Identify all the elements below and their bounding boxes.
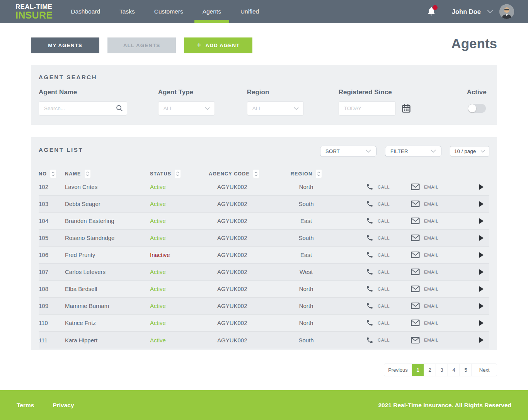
- call-button[interactable]: CALL: [366, 251, 411, 258]
- pagination-page-2[interactable]: 2: [424, 364, 436, 376]
- column-header-name[interactable]: NAME: [65, 170, 150, 178]
- agent-name: Rosario Standridge: [65, 235, 150, 241]
- brand-logo[interactable]: REAL-TIME INSURE: [15, 3, 53, 20]
- call-label: CALL: [378, 236, 390, 240]
- call-button[interactable]: CALL: [366, 183, 411, 190]
- agent-agency-code: AGYUK002: [209, 337, 281, 343]
- call-button[interactable]: CALL: [366, 217, 411, 224]
- calendar-icon[interactable]: [401, 104, 411, 114]
- agent-type-select[interactable]: ALL: [158, 101, 215, 116]
- notifications-bell-icon[interactable]: [426, 6, 437, 17]
- sort-icon[interactable]: [50, 170, 56, 178]
- sort-select[interactable]: SORT: [320, 146, 376, 157]
- column-header-no[interactable]: NO: [39, 170, 65, 178]
- email-button[interactable]: EMAIL: [411, 184, 465, 190]
- expand-row-arrow-icon[interactable]: [465, 337, 489, 343]
- agent-name-search-input[interactable]: [39, 101, 127, 116]
- expand-row-arrow-icon[interactable]: [465, 235, 489, 241]
- call-button[interactable]: CALL: [366, 302, 411, 309]
- agent-region: North: [281, 303, 331, 309]
- call-button[interactable]: CALL: [366, 337, 411, 344]
- agent-status: Active: [150, 235, 209, 241]
- nav-item-customers[interactable]: Customers: [145, 0, 193, 23]
- plus-icon: +: [197, 41, 202, 49]
- sort-icon[interactable]: [316, 170, 322, 178]
- pagination-next-button[interactable]: Next: [472, 364, 497, 376]
- table-row: 104 Branden Easterling Active AGYUK002 E…: [39, 213, 489, 230]
- sort-icon[interactable]: [175, 170, 181, 178]
- user-avatar[interactable]: [499, 4, 514, 19]
- email-button[interactable]: EMAIL: [411, 286, 465, 292]
- agent-search-panel: AGENT SEARCH Agent Name Agent Type ALL: [31, 65, 497, 125]
- agent-name: Kara Hippert: [65, 337, 150, 343]
- expand-row-arrow-icon[interactable]: [465, 252, 489, 258]
- expand-row-arrow-icon[interactable]: [465, 320, 489, 326]
- my-agents-button[interactable]: MY AGENTS: [31, 37, 99, 53]
- agent-region: East: [281, 252, 331, 258]
- call-button[interactable]: CALL: [366, 319, 411, 326]
- email-button[interactable]: EMAIL: [411, 303, 465, 309]
- filter-label: FILTER: [390, 148, 408, 154]
- email-button[interactable]: EMAIL: [411, 235, 465, 241]
- agent-agency-code: AGYUK002: [209, 184, 281, 190]
- nav-item-unified[interactable]: Unified: [231, 0, 269, 23]
- expand-row-arrow-icon[interactable]: [465, 184, 489, 190]
- agent-type-field: Agent Type ALL: [158, 88, 247, 116]
- email-icon: [411, 320, 420, 326]
- email-button[interactable]: EMAIL: [411, 320, 465, 326]
- call-button[interactable]: CALL: [366, 285, 411, 292]
- email-label: EMAIL: [424, 270, 439, 274]
- expand-row-arrow-icon[interactable]: [465, 303, 489, 309]
- user-menu-chevron-icon[interactable]: [487, 10, 493, 14]
- nav-item-tasks[interactable]: Tasks: [110, 0, 145, 23]
- filter-select[interactable]: FILTER: [385, 146, 441, 157]
- agent-name: Elba Birdsell: [65, 286, 150, 292]
- expand-row-arrow-icon[interactable]: [465, 286, 489, 292]
- chevron-down-icon: [431, 150, 436, 153]
- per-page-label: 10 / page: [454, 148, 476, 154]
- call-button[interactable]: CALL: [366, 268, 411, 275]
- agent-agency-code: AGYUK002: [209, 303, 281, 309]
- registered-since-label: Registered Since: [339, 88, 464, 96]
- email-label: EMAIL: [424, 185, 439, 189]
- sort-icon[interactable]: [253, 170, 259, 178]
- column-header-status[interactable]: STATUS: [150, 170, 209, 178]
- column-header-region[interactable]: REGION: [281, 170, 331, 178]
- add-agent-button[interactable]: + ADD AGENT: [184, 37, 252, 53]
- email-button[interactable]: EMAIL: [411, 252, 465, 258]
- nav-item-dashboard[interactable]: Dashboard: [61, 0, 110, 23]
- call-label: CALL: [378, 219, 390, 223]
- all-agents-button[interactable]: ALL AGENTS: [107, 37, 176, 53]
- pagination-previous-button[interactable]: Previous: [384, 364, 412, 376]
- sort-icon[interactable]: [85, 170, 90, 178]
- pagination-page-3[interactable]: 3: [436, 364, 448, 376]
- expand-row-arrow-icon[interactable]: [465, 201, 489, 207]
- user-name[interactable]: John Doe: [452, 8, 481, 15]
- pagination-page-5[interactable]: 5: [460, 364, 472, 376]
- registered-since-input[interactable]: [339, 101, 396, 116]
- agent-status: Active: [150, 337, 209, 343]
- email-icon: [411, 201, 420, 207]
- call-button[interactable]: CALL: [366, 234, 411, 241]
- agent-status: Inactive: [150, 252, 209, 258]
- active-toggle[interactable]: [468, 104, 486, 113]
- agent-no: 109: [39, 303, 65, 309]
- region-select[interactable]: ALL: [247, 101, 304, 116]
- terms-link[interactable]: Terms: [17, 402, 34, 409]
- email-button[interactable]: EMAIL: [411, 201, 465, 207]
- call-button[interactable]: CALL: [366, 200, 411, 207]
- per-page-select[interactable]: 10 / page: [450, 146, 489, 156]
- privacy-link[interactable]: Privacy: [53, 402, 74, 409]
- pagination-page-4[interactable]: 4: [448, 364, 460, 376]
- nav-item-agents[interactable]: Agents: [193, 0, 231, 23]
- column-header-agency-code[interactable]: AGENCY CODE: [209, 170, 281, 178]
- expand-row-arrow-icon[interactable]: [465, 218, 489, 224]
- email-label: EMAIL: [424, 321, 439, 325]
- email-icon: [411, 218, 420, 224]
- agent-status: Active: [150, 218, 209, 224]
- email-button[interactable]: EMAIL: [411, 218, 465, 224]
- expand-row-arrow-icon[interactable]: [465, 269, 489, 275]
- pagination-page-1[interactable]: 1: [412, 364, 424, 376]
- email-button[interactable]: EMAIL: [411, 337, 465, 343]
- email-button[interactable]: EMAIL: [411, 269, 465, 275]
